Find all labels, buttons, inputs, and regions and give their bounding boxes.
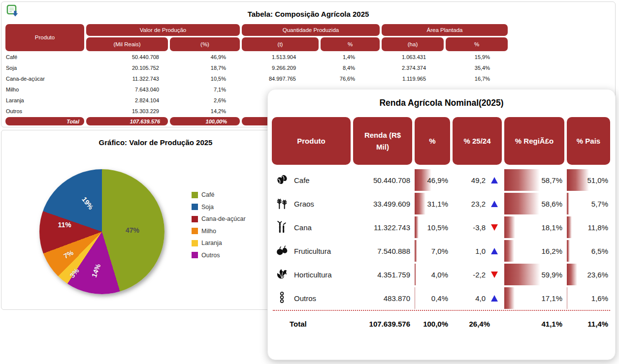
cell-renda: 4.351.759 <box>353 271 412 279</box>
pie-chart[interactable] <box>39 169 164 294</box>
cell-produto: Outros <box>272 291 351 305</box>
valor-producao-chart-card: Gráfico: Valor de Produção 2025 CaféSoja… <box>1 130 310 310</box>
legend-item[interactable]: Outros <box>192 252 246 259</box>
trend-up-icon <box>491 201 498 207</box>
total-separator <box>273 310 610 311</box>
cell-variacao: 23,2 <box>453 200 502 208</box>
cell-value: 4,0% <box>431 271 448 279</box>
cell-variacao: 49,2 <box>453 176 502 184</box>
total-cell: 107.639.576 <box>86 117 168 125</box>
trend-up-icon <box>491 248 498 254</box>
cell-regiao: 59,9% <box>504 264 564 285</box>
cell-value: 31,1% <box>427 200 448 208</box>
data-bar <box>504 264 540 285</box>
data-bar <box>504 287 515 309</box>
table-header: ProdutoValor de ProduçãoQuantidade Produ… <box>4 23 512 52</box>
variacao-value: 1,0 <box>475 247 486 255</box>
cell-pais: 5,7% <box>567 193 610 214</box>
data-bar <box>567 287 567 309</box>
cell-value: 7,0% <box>431 247 448 255</box>
cell-value: 58,6% <box>541 200 562 208</box>
dots-icon <box>276 291 288 305</box>
legend-item[interactable]: Laranja <box>192 240 246 246</box>
cell-produto: Cana <box>272 220 351 234</box>
cell-renda: 33.499.609 <box>353 200 412 208</box>
cell-regiao: 58,6% <box>504 193 564 214</box>
cell-valor_pct: 10,5% <box>169 76 241 82</box>
total-label: Total <box>272 320 351 328</box>
legend-item[interactable]: Soja <box>192 204 246 211</box>
cell-pct: 7,0% <box>415 240 450 262</box>
cell-value: 46,9% <box>427 176 448 184</box>
legend-label: Laranja <box>201 240 222 246</box>
cell-qtd: 9.266.209 <box>241 65 320 71</box>
legend-swatch <box>192 228 198 234</box>
cell-pais: 1,6% <box>567 287 610 309</box>
group-header: Área Plantada <box>382 24 508 36</box>
cell-area_pct: 35,4% <box>445 65 509 71</box>
cell-regiao: 18,1% <box>504 216 564 238</box>
legend-swatch <box>192 192 198 198</box>
cell-area_pct: 15,9% <box>445 54 509 60</box>
table-row: Soja20.105.75218,7%9.266.2098,4%2.374.37… <box>4 62 512 73</box>
legend-item[interactable]: Café <box>192 191 246 198</box>
sub-header: (t) <box>242 37 319 51</box>
produto-label: Horticultura <box>294 271 332 279</box>
cell-value: 16,2% <box>541 247 562 255</box>
data-bar <box>504 193 539 214</box>
cell-area: 1.063.431 <box>381 54 445 60</box>
data-bar <box>504 216 515 238</box>
trend-up-icon <box>491 295 498 302</box>
cell-pct: 0,4% <box>415 287 450 309</box>
cell-value: 17,1% <box>541 294 562 303</box>
cell-qtd_pct: 76,6% <box>320 76 381 82</box>
cell-regiao: 17,1% <box>504 287 564 309</box>
cell-area: 1.119.965 <box>381 76 445 82</box>
data-bar <box>504 240 514 262</box>
variacao-value: 23,2 <box>471 200 486 208</box>
table-title: Tabela: Composição Agrícola 2025 <box>1 10 615 18</box>
group-header: Valor de Produção <box>86 24 240 36</box>
cell-valor_pct: 14,2% <box>169 108 241 114</box>
cell-valor: 2.824.104 <box>85 97 169 103</box>
total-pais: 11,4% <box>567 320 610 328</box>
variacao-value: -3,8 <box>473 223 486 232</box>
data-bar <box>415 287 415 309</box>
legend-swatch <box>192 204 198 210</box>
cell-valor_pct: 46,9% <box>169 54 241 60</box>
total-regiao: 41,1% <box>504 320 564 328</box>
renda-agricola-panel: Renda Agrícola Nominal(2025) ProdutoRend… <box>267 89 616 360</box>
cell-value: 58,7% <box>541 176 562 184</box>
cell-qtd_pct: 1,4% <box>320 54 381 60</box>
cell-qtd_pct: 8,4% <box>320 65 381 71</box>
produto-label: Cafe <box>294 176 310 184</box>
pie-slice-label: 47% <box>126 226 139 234</box>
produto-label: Graos <box>294 200 314 208</box>
variacao-value: -2,2 <box>473 271 486 279</box>
legend-item[interactable]: Cana-de-açúcar <box>192 215 246 222</box>
legend-swatch <box>192 240 198 246</box>
variacao-value: 49,2 <box>471 176 486 184</box>
cell-valor_pct: 7,1% <box>169 87 241 92</box>
pie-slice-label: 11% <box>58 221 71 229</box>
cell-renda: 7.540.888 <box>353 247 412 255</box>
cell-value: 59,9% <box>541 271 562 279</box>
panel-header-row: ProdutoRenda (R$ Mil)%% 25/24% RegiÃ£o% … <box>272 117 613 165</box>
cell-produto: Café <box>4 54 85 60</box>
cell-variacao: -3,8 <box>453 223 502 232</box>
data-bar <box>415 216 419 238</box>
panel-column-header: % RegiÃ£o <box>504 117 564 165</box>
panel-column-header: Produto <box>272 117 351 165</box>
legend-item[interactable]: Milho <box>192 228 246 235</box>
vegetables-icon <box>276 268 288 281</box>
cell-value: 10,5% <box>427 223 448 232</box>
data-bar <box>415 264 416 285</box>
panel-column-header: Renda (R$ Mil) <box>353 117 412 165</box>
legend-swatch <box>192 252 198 258</box>
panel-row: Graos33.499.60931,1%23,258,6%5,7% <box>272 192 613 215</box>
cell-produto: Milho <box>4 87 85 92</box>
cell-valor: 11.322.743 <box>85 76 169 82</box>
cell-produto: Cana-de-açúcar <box>4 76 85 82</box>
trend-down-icon <box>491 224 498 231</box>
data-bar <box>567 240 570 262</box>
